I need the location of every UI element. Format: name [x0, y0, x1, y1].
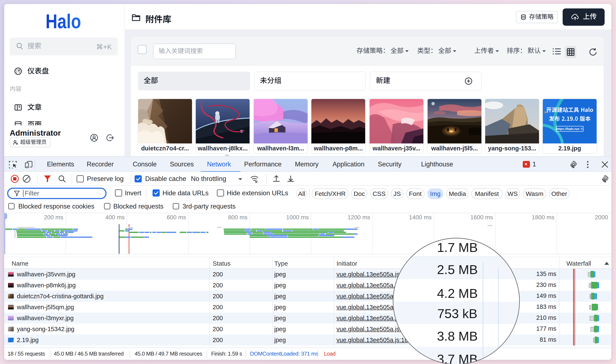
svg-text:Halo: Halo	[46, 12, 81, 31]
